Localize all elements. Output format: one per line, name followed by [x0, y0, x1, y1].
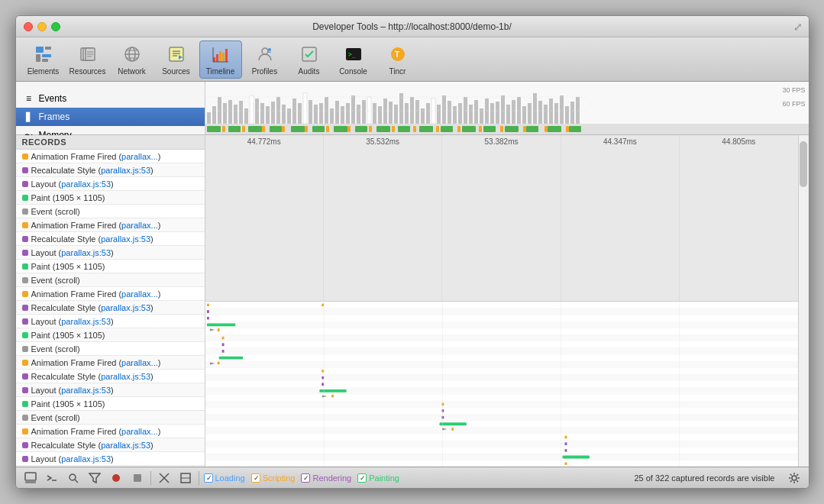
svg-rect-128 [282, 126, 285, 132]
scripting-label: Scripting [263, 473, 296, 483]
clear-button[interactable] [156, 470, 173, 486]
filter-rendering[interactable]: Rendering [301, 473, 351, 483]
svg-rect-1 [45, 47, 51, 50]
table-row: Paint (1905 × 1105) [16, 260, 205, 273]
timeline-label: Timeline [206, 67, 234, 76]
svg-rect-80 [448, 101, 451, 124]
svg-rect-90 [501, 95, 505, 124]
svg-rect-79 [442, 95, 446, 124]
stop-button[interactable] [129, 470, 146, 486]
timeline-records-area: 44.772ms 35.532ms 53.382ms 44.347ms 44.8… [205, 135, 798, 467]
table-row: Recalculate Style (parallax.js:53) [16, 438, 205, 452]
svg-rect-155 [205, 387, 798, 394]
record-text: Event (scroll) [31, 413, 80, 422]
resize-icon[interactable]: ⤢ [793, 21, 803, 33]
filter-scripting[interactable]: Scripting [251, 473, 296, 483]
svg-point-213 [792, 476, 797, 480]
toolbar-elements[interactable]: Elements [22, 40, 65, 79]
markers-button[interactable] [177, 470, 194, 486]
svg-rect-169 [206, 316, 208, 319]
record-text: Recalculate Style (parallax.js:53) [31, 166, 153, 175]
close-button[interactable] [24, 22, 33, 31]
toolbar-resources[interactable]: Resources [66, 40, 109, 79]
timeline-bars-container[interactable]: ▶ ▶ [205, 302, 798, 467]
toolbar-profiles[interactable]: Profiles [244, 40, 286, 79]
sidebar-frames-nav[interactable]: ▋ Frames [16, 108, 205, 126]
traffic-lights [24, 22, 60, 31]
table-row: Layout (parallax.js:53) [16, 315, 205, 328]
svg-rect-25 [225, 49, 228, 62]
svg-rect-97 [538, 101, 542, 124]
svg-rect-2 [36, 54, 40, 62]
scrollbar[interactable] [798, 135, 809, 467]
svg-rect-201 [25, 473, 36, 480]
record-color [22, 332, 28, 338]
toolbar-sources[interactable]: Sources [155, 40, 198, 79]
svg-rect-176 [218, 356, 242, 359]
svg-rect-208 [134, 474, 141, 482]
svg-rect-165 [205, 454, 798, 460]
svg-line-205 [75, 480, 78, 483]
filter-loading[interactable]: Loading [204, 473, 245, 483]
svg-rect-189 [439, 422, 466, 425]
sidebar-events-nav[interactable]: ≡ Events [16, 89, 205, 108]
dock-button[interactable] [22, 470, 39, 486]
record-color [22, 442, 28, 448]
toolbar-tincr[interactable]: T Tincr [376, 40, 419, 79]
audits-icon [299, 44, 320, 65]
loading-checkbox[interactable] [204, 473, 213, 483]
profiles-icon [254, 44, 276, 65]
record-label: Recalculate Style (parallax.js:53) [16, 234, 205, 244]
rendering-checkbox[interactable] [301, 473, 310, 483]
record-color [22, 360, 28, 366]
scripting-checkbox[interactable] [251, 473, 260, 483]
profiles-label: Profiles [252, 67, 277, 76]
svg-rect-195 [562, 455, 589, 458]
svg-rect-83 [464, 97, 467, 124]
svg-rect-113 [334, 126, 347, 132]
filter-button[interactable] [86, 470, 103, 486]
record-label: Animation Frame Fired (parallax...) [16, 221, 205, 230]
search-button[interactable] [65, 470, 82, 486]
svg-rect-91 [506, 105, 510, 124]
svg-rect-179 [322, 303, 324, 306]
svg-rect-71 [399, 93, 403, 124]
toolbar-audits[interactable]: Audits [288, 40, 331, 79]
segment-5: 44.805ms [680, 135, 797, 301]
svg-rect-96 [533, 93, 537, 124]
filter-painting[interactable]: Painting [357, 473, 399, 483]
record-button[interactable] [108, 470, 124, 486]
table-row: Recalculate Style (parallax.js:53) [16, 370, 205, 383]
toolbar-timeline[interactable]: Timeline [199, 40, 242, 79]
svg-rect-178 [217, 361, 219, 364]
maximize-button[interactable] [51, 22, 60, 31]
record-color [22, 195, 28, 201]
svg-text:T: T [395, 50, 399, 59]
record-color [22, 318, 28, 325]
svg-rect-64 [362, 100, 366, 124]
svg-rect-137 [479, 126, 482, 132]
toolbar-console[interactable]: >_ Console [332, 40, 375, 79]
record-label: Paint (1905 × 1105) [16, 193, 205, 202]
svg-rect-81 [453, 106, 457, 124]
svg-rect-142 [205, 302, 798, 309]
timeline-icon [210, 44, 231, 65]
network-label: Network [118, 67, 146, 76]
svg-rect-41 [239, 101, 243, 124]
svg-rect-120 [483, 126, 496, 132]
record-label: Recalculate Style (parallax.js:53) [16, 372, 205, 381]
console-toggle[interactable] [44, 470, 60, 486]
scroll-thumb[interactable] [800, 141, 807, 187]
settings-gear[interactable] [786, 470, 803, 486]
svg-text:▶: ▶ [209, 328, 214, 331]
painting-checkbox[interactable] [357, 473, 367, 483]
toolbar-network[interactable]: Network [111, 40, 153, 79]
frames-label: Frames [39, 111, 70, 122]
record-text: Event (scroll) [31, 207, 80, 216]
minimize-button[interactable] [37, 22, 47, 31]
svg-rect-156 [205, 394, 798, 401]
svg-rect-46 [266, 106, 270, 124]
sources-icon [166, 44, 187, 65]
svg-rect-110 [270, 126, 282, 132]
table-row: Recalculate Style (parallax.js:53) [16, 301, 205, 315]
